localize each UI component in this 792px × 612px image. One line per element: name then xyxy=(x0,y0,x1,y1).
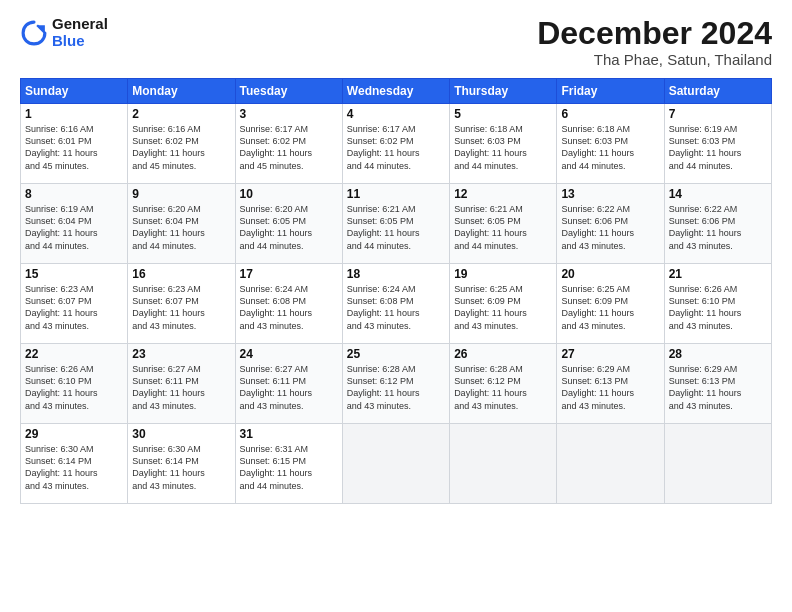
day-number: 7 xyxy=(669,107,767,121)
day-number: 16 xyxy=(132,267,230,281)
day-number: 24 xyxy=(240,347,338,361)
calendar-body: 1Sunrise: 6:16 AMSunset: 6:01 PMDaylight… xyxy=(21,104,772,504)
calendar-row: 15Sunrise: 6:23 AMSunset: 6:07 PMDayligh… xyxy=(21,264,772,344)
table-cell: 28Sunrise: 6:29 AMSunset: 6:13 PMDayligh… xyxy=(664,344,771,424)
table-cell: 15Sunrise: 6:23 AMSunset: 6:07 PMDayligh… xyxy=(21,264,128,344)
day-number: 13 xyxy=(561,187,659,201)
day-number: 14 xyxy=(669,187,767,201)
col-saturday: Saturday xyxy=(664,79,771,104)
table-cell: 31Sunrise: 6:31 AMSunset: 6:15 PMDayligh… xyxy=(235,424,342,504)
table-cell: 30Sunrise: 6:30 AMSunset: 6:14 PMDayligh… xyxy=(128,424,235,504)
calendar-row: 1Sunrise: 6:16 AMSunset: 6:01 PMDaylight… xyxy=(21,104,772,184)
col-wednesday: Wednesday xyxy=(342,79,449,104)
day-number: 29 xyxy=(25,427,123,441)
table-cell: 3Sunrise: 6:17 AMSunset: 6:02 PMDaylight… xyxy=(235,104,342,184)
table-cell: 26Sunrise: 6:28 AMSunset: 6:12 PMDayligh… xyxy=(450,344,557,424)
day-number: 26 xyxy=(454,347,552,361)
day-info: Sunrise: 6:18 AMSunset: 6:03 PMDaylight:… xyxy=(561,123,659,172)
day-info: Sunrise: 6:26 AMSunset: 6:10 PMDaylight:… xyxy=(25,363,123,412)
day-info: Sunrise: 6:28 AMSunset: 6:12 PMDaylight:… xyxy=(347,363,445,412)
day-info: Sunrise: 6:23 AMSunset: 6:07 PMDaylight:… xyxy=(132,283,230,332)
col-thursday: Thursday xyxy=(450,79,557,104)
day-info: Sunrise: 6:29 AMSunset: 6:13 PMDaylight:… xyxy=(561,363,659,412)
table-cell: 9Sunrise: 6:20 AMSunset: 6:04 PMDaylight… xyxy=(128,184,235,264)
day-info: Sunrise: 6:21 AMSunset: 6:05 PMDaylight:… xyxy=(454,203,552,252)
calendar-subtitle: Tha Phae, Satun, Thailand xyxy=(537,51,772,68)
day-number: 22 xyxy=(25,347,123,361)
day-info: Sunrise: 6:25 AMSunset: 6:09 PMDaylight:… xyxy=(561,283,659,332)
table-cell: 10Sunrise: 6:20 AMSunset: 6:05 PMDayligh… xyxy=(235,184,342,264)
day-number: 17 xyxy=(240,267,338,281)
col-friday: Friday xyxy=(557,79,664,104)
title-block: December 2024 Tha Phae, Satun, Thailand xyxy=(537,16,772,68)
table-cell: 12Sunrise: 6:21 AMSunset: 6:05 PMDayligh… xyxy=(450,184,557,264)
col-tuesday: Tuesday xyxy=(235,79,342,104)
table-cell: 14Sunrise: 6:22 AMSunset: 6:06 PMDayligh… xyxy=(664,184,771,264)
day-info: Sunrise: 6:19 AMSunset: 6:03 PMDaylight:… xyxy=(669,123,767,172)
table-cell: 4Sunrise: 6:17 AMSunset: 6:02 PMDaylight… xyxy=(342,104,449,184)
table-cell: 29Sunrise: 6:30 AMSunset: 6:14 PMDayligh… xyxy=(21,424,128,504)
table-cell: 27Sunrise: 6:29 AMSunset: 6:13 PMDayligh… xyxy=(557,344,664,424)
calendar-row: 22Sunrise: 6:26 AMSunset: 6:10 PMDayligh… xyxy=(21,344,772,424)
table-cell: 8Sunrise: 6:19 AMSunset: 6:04 PMDaylight… xyxy=(21,184,128,264)
day-number: 30 xyxy=(132,427,230,441)
col-monday: Monday xyxy=(128,79,235,104)
day-info: Sunrise: 6:24 AMSunset: 6:08 PMDaylight:… xyxy=(347,283,445,332)
table-cell: 13Sunrise: 6:22 AMSunset: 6:06 PMDayligh… xyxy=(557,184,664,264)
day-number: 9 xyxy=(132,187,230,201)
day-number: 6 xyxy=(561,107,659,121)
day-info: Sunrise: 6:22 AMSunset: 6:06 PMDaylight:… xyxy=(669,203,767,252)
day-info: Sunrise: 6:27 AMSunset: 6:11 PMDaylight:… xyxy=(132,363,230,412)
table-cell: 24Sunrise: 6:27 AMSunset: 6:11 PMDayligh… xyxy=(235,344,342,424)
table-cell: 1Sunrise: 6:16 AMSunset: 6:01 PMDaylight… xyxy=(21,104,128,184)
day-info: Sunrise: 6:16 AMSunset: 6:01 PMDaylight:… xyxy=(25,123,123,172)
table-cell: 6Sunrise: 6:18 AMSunset: 6:03 PMDaylight… xyxy=(557,104,664,184)
day-info: Sunrise: 6:25 AMSunset: 6:09 PMDaylight:… xyxy=(454,283,552,332)
table-cell: 11Sunrise: 6:21 AMSunset: 6:05 PMDayligh… xyxy=(342,184,449,264)
table-cell: 20Sunrise: 6:25 AMSunset: 6:09 PMDayligh… xyxy=(557,264,664,344)
day-number: 11 xyxy=(347,187,445,201)
day-info: Sunrise: 6:30 AMSunset: 6:14 PMDaylight:… xyxy=(25,443,123,492)
table-cell: 19Sunrise: 6:25 AMSunset: 6:09 PMDayligh… xyxy=(450,264,557,344)
day-info: Sunrise: 6:19 AMSunset: 6:04 PMDaylight:… xyxy=(25,203,123,252)
col-sunday: Sunday xyxy=(21,79,128,104)
day-number: 2 xyxy=(132,107,230,121)
day-number: 5 xyxy=(454,107,552,121)
table-cell: 25Sunrise: 6:28 AMSunset: 6:12 PMDayligh… xyxy=(342,344,449,424)
day-info: Sunrise: 6:17 AMSunset: 6:02 PMDaylight:… xyxy=(240,123,338,172)
day-number: 21 xyxy=(669,267,767,281)
calendar-row: 8Sunrise: 6:19 AMSunset: 6:04 PMDaylight… xyxy=(21,184,772,264)
logo-text-line2: Blue xyxy=(52,33,108,50)
page-header: General Blue December 2024 Tha Phae, Sat… xyxy=(20,16,772,68)
day-info: Sunrise: 6:21 AMSunset: 6:05 PMDaylight:… xyxy=(347,203,445,252)
day-info: Sunrise: 6:18 AMSunset: 6:03 PMDaylight:… xyxy=(454,123,552,172)
day-number: 18 xyxy=(347,267,445,281)
day-info: Sunrise: 6:16 AMSunset: 6:02 PMDaylight:… xyxy=(132,123,230,172)
logo: General Blue xyxy=(20,16,108,49)
table-cell xyxy=(557,424,664,504)
day-info: Sunrise: 6:20 AMSunset: 6:04 PMDaylight:… xyxy=(132,203,230,252)
day-info: Sunrise: 6:29 AMSunset: 6:13 PMDaylight:… xyxy=(669,363,767,412)
table-cell: 2Sunrise: 6:16 AMSunset: 6:02 PMDaylight… xyxy=(128,104,235,184)
day-info: Sunrise: 6:27 AMSunset: 6:11 PMDaylight:… xyxy=(240,363,338,412)
day-number: 1 xyxy=(25,107,123,121)
day-number: 12 xyxy=(454,187,552,201)
calendar-table: Sunday Monday Tuesday Wednesday Thursday… xyxy=(20,78,772,504)
day-number: 4 xyxy=(347,107,445,121)
table-cell: 21Sunrise: 6:26 AMSunset: 6:10 PMDayligh… xyxy=(664,264,771,344)
day-info: Sunrise: 6:30 AMSunset: 6:14 PMDaylight:… xyxy=(132,443,230,492)
table-cell xyxy=(450,424,557,504)
day-info: Sunrise: 6:26 AMSunset: 6:10 PMDaylight:… xyxy=(669,283,767,332)
day-number: 31 xyxy=(240,427,338,441)
day-number: 8 xyxy=(25,187,123,201)
table-cell: 18Sunrise: 6:24 AMSunset: 6:08 PMDayligh… xyxy=(342,264,449,344)
logo-icon xyxy=(20,19,48,47)
table-cell xyxy=(342,424,449,504)
day-number: 28 xyxy=(669,347,767,361)
table-cell: 17Sunrise: 6:24 AMSunset: 6:08 PMDayligh… xyxy=(235,264,342,344)
header-row: Sunday Monday Tuesday Wednesday Thursday… xyxy=(21,79,772,104)
calendar-title: December 2024 xyxy=(537,16,772,51)
table-cell: 7Sunrise: 6:19 AMSunset: 6:03 PMDaylight… xyxy=(664,104,771,184)
day-number: 19 xyxy=(454,267,552,281)
table-cell: 5Sunrise: 6:18 AMSunset: 6:03 PMDaylight… xyxy=(450,104,557,184)
